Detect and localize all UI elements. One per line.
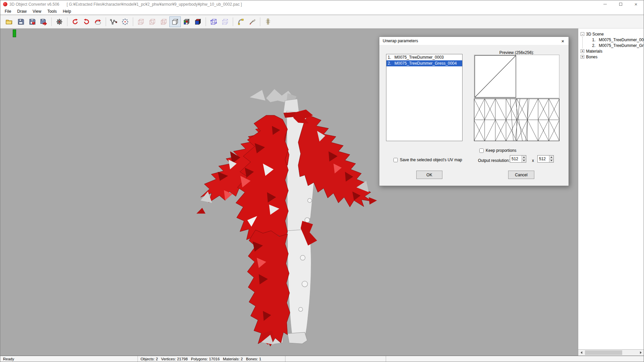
rotate-y-button[interactable] [81,16,92,27]
tree-hscrollbar[interactable] [578,349,644,356]
save-file-button[interactable] [15,16,26,27]
menu-draw[interactable]: Draw [14,8,30,14]
spin-down-button[interactable] [549,159,553,163]
menu-file[interactable]: File [2,8,14,14]
menu-view[interactable]: View [30,8,44,14]
res-y-spin-buttons [549,156,553,162]
skeleton-view-button[interactable] [262,16,274,27]
dialog-close-icon: × [561,38,565,44]
expand-box-icon[interactable]: + [581,49,584,53]
listbox-item[interactable]: 1. M0075_TreeDummer_0003 [386,54,462,60]
select-object-button[interactable] [208,16,219,27]
wireframe-box-a-icon [137,18,145,25]
close-button[interactable]: × [628,0,644,8]
wireframe-box-c-button[interactable] [158,16,169,27]
minimize-button[interactable] [597,0,613,8]
material-render-button[interactable] [192,16,204,27]
toolbar [0,15,644,28]
vertex-points-button[interactable] [119,16,131,27]
keep-proportions-checkbox[interactable]: Keep proportions [479,148,516,153]
tree-node-scene[interactable]: - 3D Scene [581,31,644,37]
object-listbox[interactable]: 1. M0075_TreeDummer_0003 2. M0075_TreeDu… [386,54,463,141]
rotate-free-button[interactable] [92,16,104,27]
save-file-icon [17,18,24,25]
tree-node-object-2[interactable]: 2. M0075_TreeDummer_Gress_ [592,43,644,48]
open-file-button[interactable] [4,16,15,27]
res-y-spinner[interactable] [537,155,554,163]
spin-up-icon [523,157,525,158]
titlebar: 3D Object Converter v6.506 [ G:¥Extracte… [0,0,644,8]
window-file-path: [ G:¥Extracted Files¥character¥model¥1_p… [67,2,242,7]
expand-box-icon[interactable]: + [581,55,584,59]
spin-down-button[interactable] [522,159,526,163]
select-object-icon [210,18,217,25]
solid-render-button[interactable] [169,16,181,27]
textured-render-button[interactable] [181,16,192,27]
keep-proportions-label: Keep proportions [486,148,516,153]
tree-node-materials[interactable]: + Materials [581,48,644,54]
wireframe-box-a-button[interactable] [135,16,147,27]
rotate-free-icon [94,18,102,25]
tree-item-label[interactable]: 1. M0075_TreeDummer_0003 [592,38,644,42]
res-x-input[interactable] [510,156,522,162]
statusbar: Ready Objects: 2 Vertices: 21798 Polygon… [0,356,644,362]
ok-button[interactable]: OK [416,171,442,179]
spin-up-button[interactable] [522,156,526,159]
knife-tool-icon [249,18,256,25]
knife-tool-button[interactable] [247,16,258,27]
scroll-right-button[interactable] [638,350,644,356]
wireframe-box-b-button[interactable] [147,16,158,27]
tree-node-object-1[interactable]: 1. M0075_TreeDummer_0003 [592,37,644,43]
collapse-box-icon[interactable]: - [581,32,584,36]
rotate-x-button[interactable] [69,16,81,27]
status-ready: Ready [0,356,138,362]
toolbar-separator [106,17,106,26]
unwrap-parameters-dialog: Unwrap parameters × 1. M0075_TreeDummer_… [379,37,569,186]
res-x-spin-buttons [522,156,526,162]
scroll-thumb[interactable] [585,350,622,355]
save-all-button[interactable] [26,16,38,27]
tree-bones-label[interactable]: Bones [586,55,597,59]
settings-gear-button[interactable] [54,16,65,27]
dialog-title: Unwrap parameters [383,39,418,43]
scroll-track[interactable] [584,350,638,356]
tree-node-bones[interactable]: + Bones [581,54,644,60]
listbox-item-selected[interactable]: 2. M0075_TreeDummer_Gress_0004 [386,60,462,66]
toolbar-separator [51,17,52,26]
menu-help[interactable]: Help [60,8,74,14]
save-all-icon [29,18,36,25]
tree-materials-label[interactable]: Materials [586,49,602,54]
close-icon: × [635,2,638,7]
save-uv-checkbox-input[interactable] [393,158,398,162]
cancel-button[interactable]: Cancel [508,171,534,179]
textured-render-icon [183,18,190,25]
spin-up-button[interactable] [549,156,553,159]
export-file-button[interactable] [38,16,49,27]
toolbar-separator [206,17,206,26]
spline-edit-icon [110,18,117,25]
vertex-points-icon [121,18,129,25]
save-uv-checkbox[interactable]: Save the selected object's UV map [393,158,462,162]
scroll-left-button[interactable] [578,350,584,356]
select-faces-button[interactable] [219,16,231,27]
spline-edit-button[interactable] [108,16,119,27]
scroll-right-icon [640,351,642,354]
uv-preview-top-svg [474,55,559,98]
tree-item-label[interactable]: 2. M0075_TreeDummer_Gress_ [592,43,644,48]
keep-proportions-checkbox-input[interactable] [479,148,484,153]
res-x-spinner[interactable] [510,155,526,163]
tree-root-label[interactable]: 3D Scene [586,32,604,37]
save-uv-label: Save the selected object's UV map [400,158,462,162]
menu-tools[interactable]: Tools [44,8,60,14]
open-file-icon [6,18,13,25]
maximize-button[interactable] [613,0,628,8]
dialog-close-button[interactable]: × [557,37,569,45]
output-resolution-label: Output resolution: [478,158,510,163]
scene-tree: - 3D Scene 1. M0075_TreeDummer_0003 2. M… [578,28,644,60]
weld-tool-button[interactable] [235,16,247,27]
weld-tool-icon [237,18,245,25]
tree-children: 1. M0075_TreeDummer_0003 2. M0075_TreeDu… [582,37,644,48]
res-y-input[interactable] [538,156,549,162]
minimize-icon [603,4,607,4]
rotate-x-icon [71,18,79,25]
